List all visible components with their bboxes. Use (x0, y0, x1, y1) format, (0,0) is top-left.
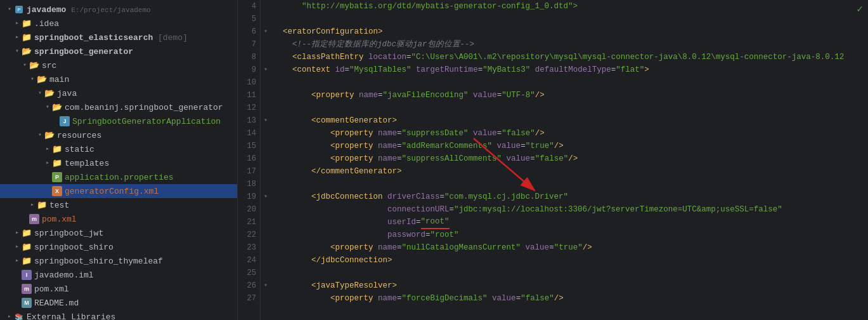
folder-icon: 📁 (22, 18, 32, 29)
sidebar-item-pom_m[interactable]: mpom.xml (0, 212, 237, 226)
code-line: </jdbcConnection> (273, 254, 868, 267)
item-label-springboot_jwt: springboot_jwt (34, 229, 237, 238)
folder-icon: 📁 (52, 158, 62, 168)
code-line (273, 178, 868, 190)
fold-indicator (261, 178, 271, 190)
code-editor[interactable]: 4567891011121314151617181920212223242526… (238, 0, 868, 320)
line-number: 7 (240, 38, 256, 51)
fold-indicator[interactable]: ▾ (261, 63, 271, 76)
sidebar-item-readme[interactable]: MREADME.md (0, 296, 237, 310)
sidebar-item-templates[interactable]: 📁templates (0, 156, 237, 170)
item-label-resources: resources (57, 131, 237, 140)
folder-icon: 📁 (52, 144, 62, 154)
sidebar-item-resources[interactable]: 📂resources (0, 128, 237, 142)
line-number: 25 (240, 267, 256, 279)
item-label-app_props: application.properties (65, 173, 237, 182)
line-number: 27 (240, 292, 256, 305)
tree-arrow-test (28, 201, 37, 210)
sidebar-item-springboot_app[interactable]: JSpringbootGeneratorApplication (0, 114, 237, 128)
code-line: userId="root" (273, 216, 868, 229)
fold-indicator (261, 38, 271, 51)
fold-indicator (261, 165, 271, 178)
sidebar-item-main[interactable]: 📂main (0, 72, 237, 86)
item-label-javademo: javademo E:/project/javademo (27, 5, 237, 15)
line-number: 13 (240, 114, 256, 127)
code-line (273, 102, 868, 114)
item-label-ext_libs: External Libraries (27, 312, 237, 321)
sidebar-item-com_pkg[interactable]: 📂com.beaninj.springboot_generator (0, 100, 237, 114)
sidebar-item-springboot_shiro_thy[interactable]: 📁springboot_shiro_thymeleaf (0, 254, 237, 268)
fold-gutter: ▾▾▾▾▾ (261, 0, 271, 320)
code-line: <property name="nullCatalogMeansCurrent"… (273, 241, 868, 254)
fold-indicator (261, 127, 271, 140)
external-libs-icon: 📚 (14, 312, 24, 320)
tree-arrow-com_pkg (43, 103, 52, 112)
code-line: <property name="suppressAllComments" val… (273, 152, 868, 165)
code-line: <!--指定特定数据库的jdbc驱动jar包的位置--> (273, 38, 868, 51)
sidebar-item-src[interactable]: 📂src (0, 58, 237, 72)
sidebar-item-static[interactable]: 📁static (0, 142, 237, 156)
tree-arrow-javademo (5, 5, 14, 14)
sidebar-item-javademo[interactable]: Pjavademo E:/project/javademo (0, 3, 237, 17)
line-number: 19 (240, 190, 256, 203)
tree-arrow-springboot_es (13, 33, 22, 42)
code-line: <context id="MysqlTables" targetRuntime=… (273, 63, 868, 76)
folder-icon: 📂 (37, 74, 47, 84)
line-number: 24 (240, 254, 256, 267)
item-label-pom_root: pom.xml (34, 284, 237, 294)
fold-indicator[interactable]: ▾ (261, 114, 271, 127)
sidebar-item-test[interactable]: 📁test (0, 198, 237, 212)
code-line: connectionURL="jdbc:mysql://localhost:33… (273, 203, 868, 216)
sidebar-item-ext_libs[interactable]: 📚External Libraries (0, 310, 237, 320)
sidebar-item-springboot_jwt[interactable]: 📁springboot_jwt (0, 226, 237, 240)
line-number: 15 (240, 140, 256, 152)
fold-indicator (261, 267, 271, 279)
editor-panel: ✓ 45678910111213141516171819202122232425… (238, 0, 868, 320)
sidebar-item-gen_config[interactable]: XgeneratorConfig.xml (0, 184, 237, 198)
fold-indicator (261, 140, 271, 152)
line-number: 9 (240, 63, 256, 76)
sidebar-item-java[interactable]: 📂java (0, 86, 237, 100)
sidebar-item-springboot_gen[interactable]: 📂springboot_generator (0, 44, 237, 58)
fold-indicator[interactable]: ▾ (261, 25, 271, 38)
fold-indicator (261, 102, 271, 114)
item-label-springboot_shiro: springboot_shiro (34, 243, 237, 252)
sidebar: Pjavademo E:/project/javademo📁.idea📁spri… (0, 0, 238, 320)
item-label-javademo_iml: javademo.iml (34, 270, 237, 280)
code-line: <property name="suppressDate" value="fal… (273, 127, 868, 140)
code-line (273, 13, 868, 25)
fold-indicator[interactable]: ▾ (261, 279, 271, 292)
folder-icon: 📁 (22, 228, 32, 238)
sidebar-item-springboot_es[interactable]: 📁springboot_elasticsearch [demo] (0, 30, 237, 44)
item-label-static: static (65, 145, 237, 154)
sidebar-item-pom_root[interactable]: mpom.xml (0, 282, 237, 296)
code-line: <commentGenerator> (273, 114, 868, 127)
folder-icon: 📂 (29, 60, 39, 70)
sidebar-item-app_props[interactable]: Papplication.properties (0, 170, 237, 184)
line-number: 20 (240, 203, 256, 216)
fold-indicator[interactable]: ▾ (261, 190, 271, 203)
item-label-com_pkg: com.beaninj.springboot_generator (65, 103, 237, 112)
line-number: 18 (240, 178, 256, 190)
iml-icon: I (22, 270, 32, 280)
item-label-springboot_app: SpringbootGeneratorApplication (72, 117, 237, 126)
sidebar-item-idea[interactable]: 📁.idea (0, 17, 237, 30)
project-icon: P (14, 4, 24, 15)
fold-indicator (261, 76, 271, 89)
folder-icon: 📂 (44, 88, 55, 98)
sidebar-item-springboot_shiro[interactable]: 📁springboot_shiro (0, 240, 237, 254)
java-icon: J (60, 116, 70, 126)
code-line: <property name="forceBigDecimals" value=… (273, 292, 868, 305)
tree-arrow-src (20, 61, 29, 70)
folder-icon: 📂 (22, 46, 32, 57)
tree-arrow-java (36, 89, 44, 98)
fold-indicator (261, 13, 271, 25)
tree-arrow-ext_libs (5, 312, 14, 320)
folder-icon: 📂 (44, 130, 55, 140)
fold-indicator (261, 254, 271, 267)
code-line: </commentGenerator> (273, 165, 868, 178)
sidebar-item-javademo_iml[interactable]: Ijavademo.iml (0, 268, 237, 282)
code-line: <property name="javaFileEncoding" value=… (273, 89, 868, 102)
fold-indicator (261, 292, 271, 305)
tree-arrow-springboot_shiro (13, 243, 22, 251)
